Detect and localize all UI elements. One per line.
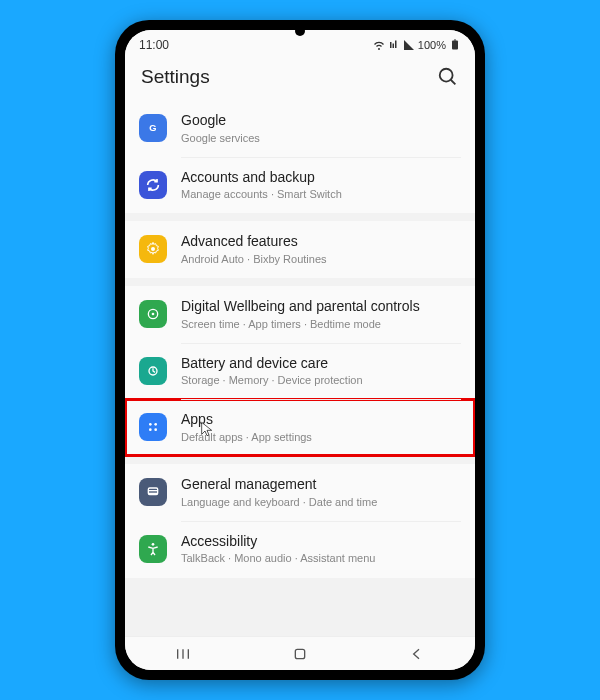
svg-point-9 [149, 423, 152, 426]
gear-icon [139, 235, 167, 263]
phone-frame: 11:00 100% Settings G [115, 20, 485, 680]
wellbeing-icon [139, 300, 167, 328]
item-subtitle: Manage accounts · Smart Switch [181, 188, 461, 201]
item-subtitle: Google services [181, 132, 461, 145]
settings-item-accessibility[interactable]: Accessibility TalkBack · Mono audio · As… [125, 521, 475, 578]
item-title: Apps [181, 411, 461, 429]
svg-rect-20 [295, 649, 304, 658]
battery-text: 100% [418, 39, 446, 51]
svg-point-16 [152, 543, 155, 546]
item-title: Google [181, 112, 461, 130]
clock: 11:00 [139, 38, 169, 52]
svg-point-5 [151, 247, 155, 251]
apps-icon [139, 413, 167, 441]
device-care-icon [139, 357, 167, 385]
page-title: Settings [141, 66, 210, 88]
svg-point-11 [149, 429, 152, 432]
item-subtitle: TalkBack · Mono audio · Assistant menu [181, 552, 461, 565]
item-title: Accounts and backup [181, 169, 461, 187]
search-icon [437, 66, 459, 88]
battery-icon [449, 39, 461, 51]
item-subtitle: Storage · Memory · Device protection [181, 374, 461, 387]
item-title: Digital Wellbeing and parental controls [181, 298, 461, 316]
google-icon: G [139, 114, 167, 142]
item-subtitle: Language and keyboard · Date and time [181, 496, 461, 509]
svg-point-2 [440, 69, 453, 82]
status-icons: 100% [373, 39, 461, 51]
settings-item-battery[interactable]: Battery and device care Storage · Memory… [125, 343, 475, 400]
screen: 11:00 100% Settings G [125, 30, 475, 670]
svg-rect-0 [452, 41, 458, 50]
item-title: Battery and device care [181, 355, 461, 373]
svg-point-10 [154, 423, 157, 426]
navigation-bar [125, 636, 475, 670]
search-button[interactable] [437, 66, 459, 88]
item-subtitle: Default apps · App settings [181, 431, 461, 444]
svg-text:G: G [149, 123, 156, 133]
item-subtitle: Android Auto · Bixby Routines [181, 253, 461, 266]
header: Settings [125, 56, 475, 100]
general-icon [139, 478, 167, 506]
wifi-icon [373, 39, 385, 51]
svg-point-12 [154, 429, 157, 432]
settings-item-google[interactable]: G Google Google services [125, 100, 475, 157]
camera-notch [295, 26, 305, 36]
back-button[interactable] [402, 646, 432, 662]
svg-line-3 [451, 80, 456, 85]
item-title: Advanced features [181, 233, 461, 251]
settings-item-wellbeing[interactable]: Digital Wellbeing and parental controls … [125, 286, 475, 343]
settings-list: G Google Google services Accounts and ba… [125, 100, 475, 636]
svg-point-7 [152, 313, 155, 316]
home-button[interactable] [285, 646, 315, 662]
accessibility-icon [139, 535, 167, 563]
settings-item-accounts[interactable]: Accounts and backup Manage accounts · Sm… [125, 157, 475, 214]
item-title: Accessibility [181, 533, 461, 551]
recents-button[interactable] [168, 646, 198, 662]
signal-icon [403, 39, 415, 51]
lte-icon [388, 39, 400, 51]
settings-item-advanced[interactable]: Advanced features Android Auto · Bixby R… [125, 221, 475, 278]
item-subtitle: Screen time · App timers · Bedtime mode [181, 318, 461, 331]
svg-rect-1 [454, 40, 456, 41]
sync-icon [139, 171, 167, 199]
settings-item-general[interactable]: General management Language and keyboard… [125, 464, 475, 521]
item-title: General management [181, 476, 461, 494]
settings-item-apps[interactable]: Apps Default apps · App settings [125, 399, 475, 456]
